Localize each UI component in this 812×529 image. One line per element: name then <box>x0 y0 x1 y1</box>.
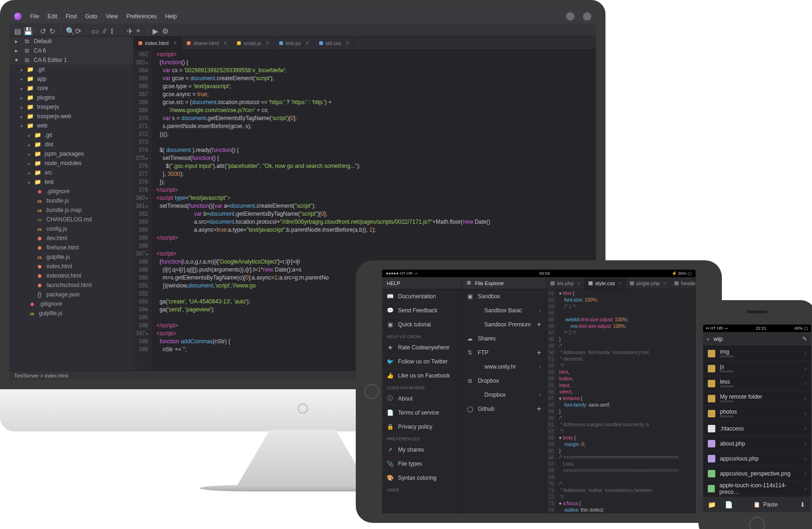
explorer-item[interactable]: ◯Github+ <box>462 402 546 416</box>
add-icon[interactable]: + <box>537 405 541 413</box>
help-item[interactable]: ★Rate Codeanywhere <box>382 340 461 355</box>
toolbar-icon[interactable]: ⫿ <box>110 27 117 33</box>
explorer-item[interactable]: Sandbox Premium+ <box>462 317 546 332</box>
close-icon[interactable]: × <box>618 280 621 286</box>
close-icon[interactable]: × <box>663 280 666 286</box>
help-item[interactable]: 📖Documentation <box>382 289 461 303</box>
help-item[interactable]: 👍Like us on Facebook <box>382 369 461 383</box>
tree-folder[interactable]: 📁dist <box>9 140 133 149</box>
close-icon[interactable]: × <box>346 39 350 46</box>
toolbar-icon[interactable]: ⫽ <box>101 27 107 33</box>
toolbar-icon[interactable]: ↻ <box>49 27 56 33</box>
toolbar-icon[interactable]: ⟳ <box>75 27 82 33</box>
close-icon[interactable]: × <box>173 39 177 46</box>
explorer-item[interactable]: Dropbox› <box>462 388 546 402</box>
help-item[interactable]: ⓘAbout <box>382 392 461 406</box>
tree-folder[interactable]: 📁core <box>9 83 133 93</box>
help-item[interactable]: 🐦Follow us on Twitter <box>382 355 461 369</box>
tree-folder[interactable]: 📁web <box>9 121 133 130</box>
tree-file[interactable]: ⬢dev.html <box>9 234 133 243</box>
file-row[interactable]: .htaccess› <box>703 421 811 436</box>
sidebar-root[interactable]: ▾⧉CA 6 Editor 1 <box>9 55 133 65</box>
user-avatar-icon[interactable] <box>583 12 591 21</box>
toolbar-icon[interactable]: ⌖ <box>136 27 143 33</box>
toolbar-icon[interactable]: 💾 <box>23 27 30 33</box>
add-icon[interactable]: + <box>537 348 541 357</box>
help-item[interactable]: 🎨Syntax coloring <box>382 471 461 485</box>
close-icon[interactable]: × <box>223 39 227 46</box>
tree-file[interactable]: {}package.json <box>9 290 133 299</box>
gear-icon[interactable]: ⚙ <box>467 280 471 286</box>
tablet-tab[interactable]: ▦lex.php× <box>546 277 584 289</box>
tree-file[interactable]: JSconfig.js <box>9 224 133 234</box>
tree-file[interactable]: ◆.gitignore <box>9 299 133 309</box>
folder-row[interactable]: jsdrwxrwx› <box>703 361 811 376</box>
tablet-code-editor[interactable]: 4142434445464748495051525354555657585960… <box>546 289 695 514</box>
home-button[interactable] <box>749 517 765 529</box>
toolbar-icon[interactable]: 🔍 <box>66 27 72 33</box>
toolbar-icon[interactable]: ▶ <box>153 27 159 33</box>
explorer-item[interactable]: ☁Shares <box>462 332 546 346</box>
tree-file[interactable]: JSgulpfile.js <box>9 252 133 262</box>
folder-row[interactable]: lessdrwxrwx› <box>703 376 811 391</box>
folder-row[interactable]: photosdrwxrwx› <box>703 406 811 421</box>
tree-file[interactable]: JSbundle.js <box>9 196 133 205</box>
menu-file[interactable]: File <box>30 13 39 20</box>
paste-button[interactable]: 📋 Paste <box>737 501 794 508</box>
file-row[interactable]: apple-touch-icon-114x114-preco…› <box>703 481 811 496</box>
editor-tab[interactable]: index.html× <box>134 37 182 49</box>
editor-tab[interactable]: sharer.html× <box>182 37 232 49</box>
tree-folder[interactable]: 📁plugins <box>9 93 133 102</box>
menu-view[interactable]: View <box>106 13 118 20</box>
help-item[interactable]: 🔒Privacy policy <box>382 420 461 434</box>
toolbar-icon[interactable]: ✈ <box>127 27 133 33</box>
edit-button[interactable]: ✎ <box>802 335 807 342</box>
file-row[interactable]: about.php› <box>703 436 811 451</box>
sidebar-root[interactable]: ▸⧉Default <box>9 37 133 46</box>
new-folder-icon[interactable]: 📁 <box>703 501 720 508</box>
tree-folder[interactable]: 📁.git <box>9 65 133 74</box>
tree-folder[interactable]: 📁jspm_packages <box>9 149 133 159</box>
sidebar-root[interactable]: ▸⧉CA 6 <box>9 46 133 55</box>
help-item[interactable]: 💬Send Feedback <box>382 303 461 317</box>
menu-goto[interactable]: Goto <box>85 13 97 20</box>
help-item[interactable]: 📎File types <box>382 457 461 471</box>
folder-row[interactable]: My remote folderdrwxrwx› <box>703 391 811 406</box>
tree-file[interactable]: ▭CHANGELOG.md <box>9 215 133 224</box>
tree-folder[interactable]: 📁.git <box>9 130 133 140</box>
menu-help[interactable]: Help <box>165 13 177 20</box>
explorer-item[interactable]: ▣Sandbox <box>462 289 546 303</box>
help-item[interactable]: 📄Terms of service <box>382 406 461 420</box>
editor-tab[interactable]: stil.css× <box>314 37 355 49</box>
close-icon[interactable]: × <box>577 280 580 286</box>
folder-row[interactable]: imgdrwxrwx› <box>703 346 811 361</box>
menu-preferences[interactable]: Preferences <box>126 13 157 20</box>
home-button[interactable] <box>364 384 379 399</box>
help-item[interactable]: ▣Quick tutorial <box>382 317 461 332</box>
toolbar-icon[interactable]: ▤ <box>14 27 21 33</box>
new-file-icon[interactable]: 📄 <box>720 501 737 508</box>
tablet-tab[interactable]: ▦single.php× <box>626 277 671 289</box>
close-icon[interactable]: × <box>266 39 269 46</box>
close-icon[interactable]: × <box>306 39 309 46</box>
help-item[interactable]: ↗My shares <box>382 443 461 457</box>
explorer-item[interactable]: Sandbox Basic› <box>462 303 546 317</box>
toolbar-icon[interactable]: ↺ <box>40 27 46 33</box>
breadcrumb[interactable]: TestServer > index.html <box>14 373 68 378</box>
tree-folder[interactable]: 📁trooperjs <box>9 102 133 112</box>
file-row[interactable]: appcurious_perspective.png› <box>703 466 811 481</box>
tablet-tab[interactable]: ▦style.css× <box>584 277 626 289</box>
tree-folder[interactable]: 📁app <box>9 74 133 83</box>
tree-folder[interactable]: 📁src <box>9 168 133 177</box>
tablet-tab[interactable]: ▦heade× <box>670 277 695 289</box>
tree-file[interactable]: ⬢launchschool.html <box>9 280 133 290</box>
tree-folder[interactable]: 📁trooperjs-web <box>9 112 133 121</box>
explorer-item[interactable]: www.unity.hr› <box>462 360 546 374</box>
tree-file[interactable]: ⬢indextest.html <box>9 271 133 280</box>
tree-file[interactable]: JSbundle.js.map <box>9 205 133 215</box>
editor-tab[interactable]: test.py× <box>275 37 314 49</box>
explorer-item[interactable]: ⇅FTP+ <box>462 346 546 360</box>
back-button[interactable]: ‹ <box>707 335 709 342</box>
add-icon[interactable]: + <box>537 320 541 329</box>
tree-file[interactable]: ⬢firehose.html <box>9 243 133 252</box>
